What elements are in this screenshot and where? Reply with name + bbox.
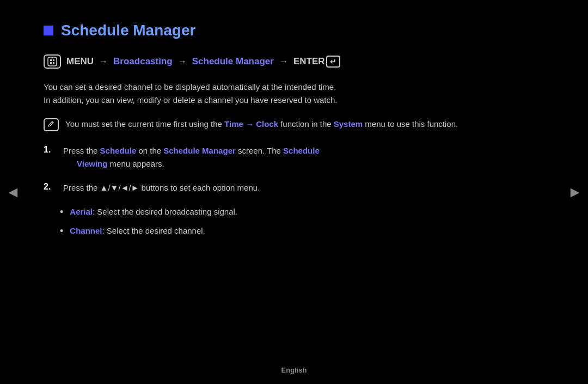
channel-highlight: Channel	[70, 226, 102, 235]
title-row: Schedule Manager	[44, 22, 490, 39]
menu-icon	[44, 54, 61, 69]
step-1: 1. Press the Schedule on the Schedule Ma…	[44, 144, 490, 170]
menu-label: MENU	[66, 56, 94, 67]
nav-arrow-left[interactable]: ◄	[5, 184, 21, 201]
menu-arrow-2: →	[178, 57, 187, 66]
step-1-text: Press the Schedule on the Schedule Manag…	[63, 144, 320, 170]
menu-segment-broadcasting: Broadcasting	[113, 56, 173, 67]
note-text: You must set the current time first usin…	[65, 118, 458, 131]
menu-arrow-3: →	[279, 57, 288, 66]
page-title: Schedule Manager	[61, 22, 195, 39]
bullet-text-channel: Channel: Select the desired channel.	[70, 224, 205, 237]
schedule-highlight-1: Schedule	[100, 146, 137, 155]
aerial-text: : Select the desired broadcasting signal…	[93, 207, 237, 216]
menu-arrow-1: →	[99, 57, 108, 66]
step-2: 2. Press the ▲/▼/◄/► buttons to set each…	[44, 181, 490, 194]
menu-enter: ENTER ↵	[293, 56, 340, 68]
bullet-text-aerial: Aerial: Select the desired broadcasting …	[70, 205, 237, 218]
step-2-number: 2.	[44, 182, 60, 192]
note-row: You must set the current time first usin…	[44, 118, 490, 131]
steps-container: 1. Press the Schedule on the Schedule Ma…	[44, 144, 490, 238]
note-icon	[44, 118, 59, 131]
system-highlight: System	[334, 119, 363, 129]
bullet-dot-2: •	[60, 224, 63, 238]
title-square-icon	[44, 26, 53, 35]
step-2-text: Press the ▲/▼/◄/► buttons to set each op…	[63, 181, 260, 194]
step-1-number: 1.	[44, 145, 60, 155]
footer-language: English	[281, 366, 307, 374]
enter-box-icon: ↵	[326, 56, 340, 68]
menu-segment-schedule-manager: Schedule Manager	[192, 56, 274, 67]
aerial-highlight: Aerial	[70, 207, 93, 216]
nav-arrow-right[interactable]: ►	[567, 184, 583, 201]
bullet-list: • Aerial: Select the desired broadcastin…	[60, 205, 490, 238]
channel-text: : Select the desired channel.	[102, 226, 205, 235]
schedule-manager-highlight: Schedule Manager	[163, 146, 236, 155]
main-content: Schedule Manager MENU → Broadcasting → S…	[0, 0, 534, 265]
menu-path: MENU → Broadcasting → Schedule Manager →…	[44, 54, 490, 69]
description-text: You can set a desired channel to be disp…	[44, 81, 490, 107]
svg-rect-0	[48, 57, 57, 66]
bullet-item-aerial: • Aerial: Select the desired broadcastin…	[60, 205, 490, 219]
time-highlight: Time → Clock	[224, 119, 278, 129]
bullet-dot-1: •	[60, 205, 63, 219]
arrow-buttons: ▲/▼/◄/►	[100, 183, 139, 192]
bullet-item-channel: • Channel: Select the desired channel.	[60, 224, 490, 238]
